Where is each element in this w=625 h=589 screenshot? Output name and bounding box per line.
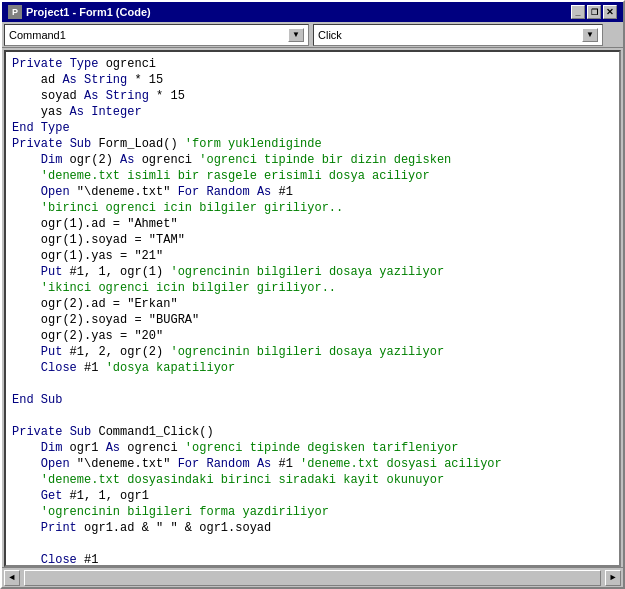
window-icon: P: [8, 5, 22, 19]
event-dropdown-value: Click: [318, 29, 342, 41]
status-bar: ◄ ►: [2, 567, 623, 587]
event-dropdown-arrow[interactable]: ▼: [582, 28, 598, 42]
title-bar-left: P Project1 - Form1 (Code): [8, 5, 151, 19]
main-window: P Project1 - Form1 (Code) _ ❐ ✕ Command1…: [0, 0, 625, 589]
code-content[interactable]: Private Type ogrenci ad As String * 15 s…: [6, 52, 619, 565]
code-editor: Private Type ogrenci ad As String * 15 s…: [4, 50, 621, 567]
object-dropdown-value: Command1: [9, 29, 66, 41]
object-dropdown[interactable]: Command1 ▼: [4, 24, 309, 46]
close-button[interactable]: ✕: [603, 5, 617, 19]
event-dropdown[interactable]: Click ▼: [313, 24, 603, 46]
title-buttons: _ ❐ ✕: [571, 5, 617, 19]
minimize-button[interactable]: _: [571, 5, 585, 19]
window-title: Project1 - Form1 (Code): [26, 6, 151, 18]
restore-button[interactable]: ❐: [587, 5, 601, 19]
title-bar: P Project1 - Form1 (Code) _ ❐ ✕: [2, 2, 623, 22]
horizontal-scrollbar[interactable]: [24, 570, 601, 586]
object-dropdown-arrow[interactable]: ▼: [288, 28, 304, 42]
scroll-left-button[interactable]: ◄: [4, 570, 20, 586]
toolbar: Command1 ▼ Click ▼: [2, 22, 623, 48]
scroll-right-button[interactable]: ►: [605, 570, 621, 586]
